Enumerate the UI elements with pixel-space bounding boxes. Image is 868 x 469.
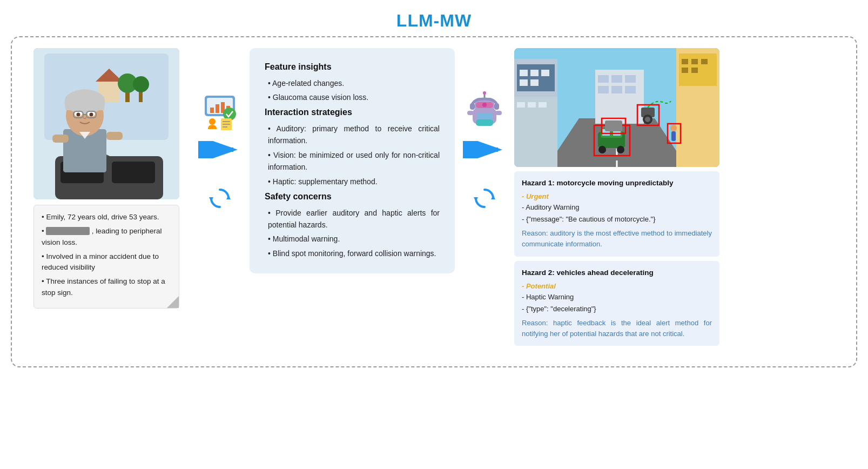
- driver-image: [33, 48, 179, 199]
- svg-point-52: [482, 103, 487, 107]
- svg-rect-34: [216, 104, 219, 113]
- interaction-bullet-2: • Vision: be minimized or used only for …: [268, 149, 440, 173]
- left-column: • Emily, 72 years old, drive 53 years. •…: [28, 48, 185, 309]
- svg-point-7: [133, 76, 149, 92]
- safety-concerns-title: Safety concerns: [265, 190, 440, 204]
- feature-insights-section: Feature insights • Age-related changes. …: [265, 60, 440, 103]
- svg-rect-85: [598, 75, 609, 83]
- svg-point-26: [90, 113, 93, 117]
- svg-point-95: [598, 146, 606, 153]
- hazard-1-title: Hazard 1: motorcycle moving unpredictabl…: [522, 178, 712, 189]
- driver-info-bullet4: • Three instances of failing to stop at …: [42, 276, 171, 298]
- safety-bullet-3: • Blind spot monitoring, forward collisi…: [268, 247, 440, 259]
- hazard-1-line2: - {"message": "Be cautious of motorcycle…: [522, 214, 712, 225]
- right-refresh-icon: [472, 185, 497, 213]
- hazard-2-line2: - {"type": "decelerating"}: [522, 304, 712, 314]
- hazard-1-reason: Reason: auditory is the most effective m…: [522, 228, 712, 250]
- svg-rect-69: [530, 70, 539, 76]
- robot-icon: [465, 91, 504, 132]
- svg-point-96: [617, 146, 624, 153]
- svg-rect-53: [470, 103, 475, 110]
- svg-rect-16: [112, 162, 155, 183]
- svg-point-100: [645, 117, 650, 122]
- feature-bullet-2: • Glaucoma cause vision loss.: [268, 91, 440, 103]
- svg-rect-57: [477, 113, 492, 120]
- interaction-bullet-3: • Haptic: supplementary method.: [268, 176, 440, 187]
- analytics-icon: [200, 91, 239, 132]
- svg-rect-56: [495, 111, 502, 115]
- svg-rect-88: [598, 86, 609, 93]
- main-container: • Emily, 72 years old, drive 53 years. •…: [11, 36, 857, 367]
- svg-rect-79: [682, 59, 688, 64]
- hazard-2-line1: - Haptic Warning: [522, 292, 712, 303]
- left-refresh-icon: [207, 185, 233, 213]
- svg-rect-76: [539, 102, 547, 108]
- svg-rect-83: [691, 68, 698, 73]
- right-column: Hazard 1: motorcycle moving unpredictabl…: [514, 48, 719, 350]
- left-arrow-column: [190, 48, 250, 213]
- driver-info-box: • Emily, 72 years old, drive 53 years. •…: [33, 205, 179, 309]
- interaction-strategies-title: Interaction strategies: [265, 105, 440, 119]
- svg-rect-19: [52, 135, 69, 143]
- svg-point-38: [209, 118, 216, 125]
- right-arrow-column: [455, 48, 514, 213]
- svg-rect-86: [611, 75, 622, 83]
- svg-rect-72: [530, 79, 539, 86]
- hazard-2-reason: Reason: haptic feedback is the ideal ale…: [522, 318, 712, 339]
- hazard-2-title: Hazard 2: vehicles ahead decelerating: [522, 267, 712, 279]
- svg-rect-20: [106, 132, 123, 140]
- safety-concerns-section: Safety concerns • Provide earlier audito…: [265, 190, 440, 259]
- svg-rect-54: [494, 103, 499, 110]
- driver-info-bullet1: • Emily, 72 years old, drive 53 years.: [42, 212, 171, 223]
- svg-rect-89: [611, 86, 622, 93]
- svg-rect-68: [520, 70, 528, 76]
- svg-point-50: [483, 91, 486, 95]
- page-title: LLM-MW: [11, 11, 857, 31]
- svg-rect-58: [476, 119, 493, 126]
- hazard-1-line1: - Auditory Warning: [522, 202, 712, 213]
- svg-rect-81: [701, 59, 708, 64]
- svg-rect-80: [691, 59, 698, 64]
- svg-rect-90: [625, 86, 636, 93]
- content-row: • Emily, 72 years old, drive 53 years. •…: [28, 48, 840, 350]
- svg-rect-75: [528, 102, 536, 108]
- road-scene-image: [514, 48, 719, 167]
- svg-rect-33: [210, 108, 214, 113]
- svg-rect-105: [605, 120, 622, 131]
- hazard-1-block: Hazard 1: motorcycle moving unpredictabl…: [514, 171, 719, 257]
- interaction-bullet-1: • Auditory: primary method to receive cr…: [268, 123, 440, 147]
- left-big-arrow: [198, 141, 241, 158]
- svg-point-25: [77, 113, 80, 117]
- svg-rect-70: [541, 70, 549, 76]
- center-panel: Feature insights • Age-related changes. …: [250, 48, 455, 273]
- safety-bullet-2: • Multimodal warning.: [268, 233, 440, 245]
- svg-rect-67: [517, 64, 555, 91]
- hazard-1-urgency: - Urgent: [522, 191, 712, 202]
- feature-bullet-1: • Age-related changes.: [268, 77, 440, 89]
- driver-info-bullet2: • ████████ , leading to peripheral visio…: [42, 226, 171, 248]
- right-big-arrow: [463, 141, 506, 158]
- svg-rect-71: [520, 79, 528, 86]
- svg-point-102: [670, 125, 677, 131]
- safety-bullet-1: • Provide earlier auditory and haptic al…: [268, 207, 440, 231]
- svg-rect-74: [517, 102, 525, 108]
- driver-info-bullet3: • Involved in a minor accident due to re…: [42, 251, 171, 273]
- svg-rect-82: [682, 68, 688, 73]
- interaction-strategies-section: Interaction strategies • Auditory: prima…: [265, 105, 440, 187]
- svg-rect-103: [671, 131, 676, 141]
- hazard-2-block: Hazard 2: vehicles ahead decelerating - …: [514, 261, 719, 346]
- hazard-2-urgency: - Potential: [522, 281, 712, 292]
- corner-fold: [167, 296, 179, 308]
- feature-insights-title: Feature insights: [265, 60, 440, 74]
- svg-rect-87: [625, 75, 636, 83]
- svg-rect-55: [467, 111, 474, 115]
